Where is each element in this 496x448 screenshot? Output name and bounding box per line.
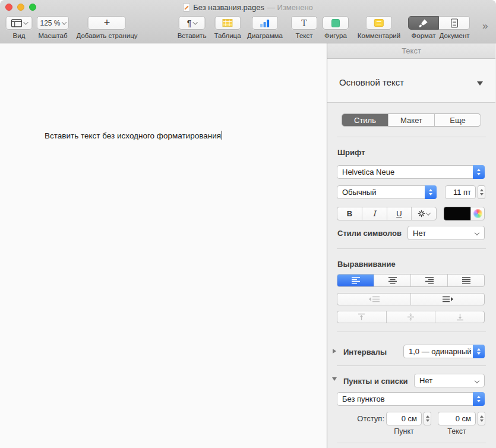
window-title: Без названия.pages — Изменено xyxy=(0,2,496,12)
align-right-button[interactable] xyxy=(410,275,447,286)
spacing-label: Интервалы xyxy=(343,348,387,356)
textbox-tool: T Текст xyxy=(291,16,317,39)
format-button[interactable] xyxy=(408,16,439,30)
tab-layout[interactable]: Макет xyxy=(388,114,434,126)
font-family-value: Helvetica Neue xyxy=(342,168,394,176)
toolbar: Без названия.pages — Изменено Вид 125 % … xyxy=(0,0,496,43)
bullet-indent-field[interactable]: 0 см xyxy=(386,412,422,425)
lists-label: Пункты и списки xyxy=(343,377,407,386)
indent-buttons xyxy=(337,293,485,305)
style-disclosure-icon[interactable] xyxy=(477,81,483,86)
align-center-button[interactable] xyxy=(374,275,410,286)
tab-more[interactable]: Еще xyxy=(434,114,481,126)
document-text[interactable]: Вставить текст без исходного форматирова… xyxy=(45,131,222,140)
plus-icon: + xyxy=(104,17,110,28)
align-left-button[interactable] xyxy=(337,275,374,286)
font-size-field[interactable]: 11 пт xyxy=(445,185,476,199)
stepper-icon[interactable] xyxy=(473,392,485,406)
document-canvas[interactable]: Вставить текст без исходного форматирова… xyxy=(0,43,327,448)
inspector-tabs: Стиль Макет Еще xyxy=(342,113,481,127)
add-page-button[interactable]: + xyxy=(88,16,126,30)
valign-middle-icon xyxy=(407,313,415,321)
chevron-down-icon xyxy=(475,231,479,235)
zoom-button[interactable]: 125 % xyxy=(37,16,69,30)
bullet-type-dropdown[interactable]: Без пунктов xyxy=(337,392,485,406)
spacing-disclosure-icon[interactable] xyxy=(333,349,336,354)
typeface-dropdown[interactable]: Обычный xyxy=(337,185,437,199)
char-styles-value: Нет xyxy=(413,229,426,238)
comment-button[interactable] xyxy=(366,16,392,30)
toolbar-overflow-button[interactable]: » xyxy=(482,20,487,32)
typeface-value: Обычный xyxy=(342,188,376,197)
stepper-icon[interactable] xyxy=(473,165,485,179)
chevron-down-icon xyxy=(426,210,431,215)
chart-button[interactable] xyxy=(252,16,278,30)
view-button[interactable] xyxy=(6,16,33,30)
lists-style-dropdown[interactable]: Нет xyxy=(414,374,485,387)
comment-tool: Комментарий xyxy=(358,16,400,39)
italic-button[interactable]: I xyxy=(362,207,387,220)
valign-top-icon xyxy=(358,313,365,321)
add-page-tool: + Добавить страницу xyxy=(77,16,138,39)
divider xyxy=(337,443,486,443)
bullet-indent-stepper[interactable] xyxy=(424,412,431,425)
lists-style-value: Нет xyxy=(419,376,432,385)
divider xyxy=(337,248,486,249)
lists-disclosure-icon[interactable] xyxy=(332,377,337,381)
text-caret xyxy=(222,131,222,140)
color-picker-button[interactable] xyxy=(470,207,485,220)
zoom-value: 125 % xyxy=(40,19,60,27)
pages-document-icon xyxy=(183,3,190,12)
inspector-switch: Формат Документ xyxy=(408,16,470,39)
align-justify-button[interactable] xyxy=(447,275,484,286)
shape-tool: Фигура xyxy=(323,16,349,39)
stepper-icon[interactable] xyxy=(473,345,485,358)
valign-bottom-button xyxy=(435,311,484,323)
table-tool: Таблица xyxy=(214,16,241,39)
paragraph-style-zone[interactable]: Основной текст xyxy=(327,59,495,103)
spacing-dropdown[interactable]: 1,0 — одинарный xyxy=(403,345,485,358)
stepper-icon[interactable] xyxy=(425,185,437,199)
divider xyxy=(337,365,486,366)
shape-button[interactable] xyxy=(323,16,349,30)
valign-bottom-icon xyxy=(456,313,464,321)
divider xyxy=(337,332,486,332)
bullet-indent-value: 0 см xyxy=(402,414,417,423)
insert-button[interactable]: ¶ xyxy=(179,16,206,30)
inspector-panel-title: Текст xyxy=(327,43,495,59)
char-styles-dropdown[interactable]: Нет xyxy=(407,226,485,240)
font-family-dropdown[interactable]: Helvetica Neue xyxy=(337,165,485,179)
increase-indent-icon xyxy=(442,296,454,302)
modified-status: — Изменено xyxy=(267,3,313,12)
text-indent-value: 0 см xyxy=(456,414,471,423)
chevron-down-icon xyxy=(192,20,197,24)
font-size-stepper[interactable] xyxy=(478,185,485,199)
text-color-well[interactable] xyxy=(444,207,471,220)
document-title: Без названия.pages xyxy=(193,3,264,12)
table-button[interactable] xyxy=(214,16,241,30)
text-indent-stepper[interactable] xyxy=(478,412,485,425)
char-styles-label: Стили символов xyxy=(337,229,402,238)
textbox-button[interactable]: T xyxy=(291,16,317,30)
increase-indent-button[interactable] xyxy=(410,294,484,305)
table-icon xyxy=(223,19,233,27)
comment-icon xyxy=(374,19,384,27)
font-size-value: 11 пт xyxy=(453,188,471,197)
alignment-section-label: Выравнивание xyxy=(337,260,396,269)
document-button[interactable] xyxy=(439,16,470,30)
chevron-down-icon xyxy=(23,20,28,24)
zoom-tool: 125 % Масштаб xyxy=(37,16,69,39)
text-indent-field[interactable]: 0 см xyxy=(438,412,476,425)
advanced-options-button[interactable] xyxy=(411,207,436,220)
chart-icon xyxy=(260,19,270,27)
decrease-indent-icon xyxy=(368,296,380,302)
paragraph-style-name: Основной текст xyxy=(339,77,404,87)
underline-button[interactable]: U xyxy=(387,207,412,220)
bold-button[interactable]: B xyxy=(337,207,362,220)
view-tool: Вид xyxy=(6,16,33,39)
pilcrow-icon: ¶ xyxy=(187,18,192,28)
align-left-icon xyxy=(351,277,361,284)
tab-style[interactable]: Стиль xyxy=(342,114,388,126)
alignment-buttons xyxy=(337,274,485,287)
spacing-value: 1,0 — одинарный xyxy=(409,347,472,356)
